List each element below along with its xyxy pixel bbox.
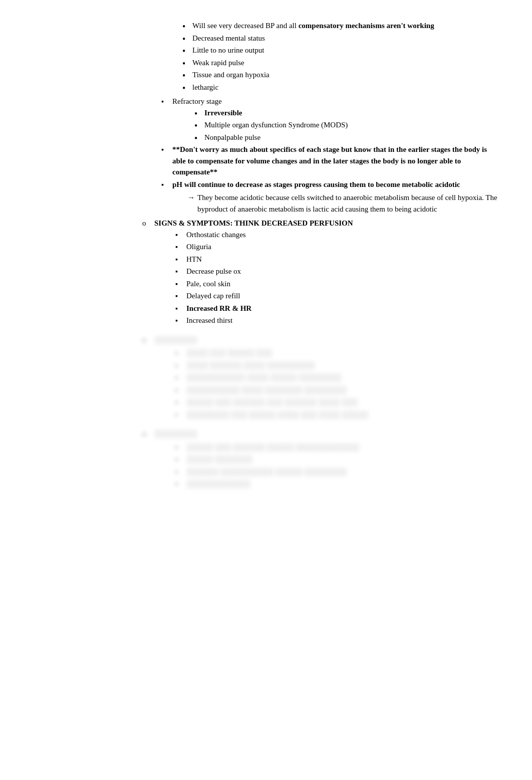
note1-text: **Don't worry as much about specifics of… — [172, 145, 487, 176]
list-item: Increased RR & HR — [174, 303, 502, 314]
list-item: Multiple organ dysfunction Syndrome (MOD… — [192, 119, 502, 131]
list-item: Irreversible — [192, 107, 502, 119]
arrow-text: They become acidotic because cells switc… — [197, 193, 497, 213]
list-item: HTN — [174, 254, 502, 265]
refractory-section: Refractory stage Irreversible Multiple o… — [160, 96, 502, 215]
list-item: Oliguria — [174, 241, 502, 253]
bold-text: compensatory mechanisms aren't working — [299, 22, 434, 30]
page-content: Will see very decreased BP and all compe… — [100, 20, 502, 490]
refractory-sub-items: Irreversible Multiple organ dysfunction … — [192, 107, 502, 143]
blurred-item: ░░░░░░░░ ░░░░░ ░░░ ░░░░░░ ░░░░░ ░░░░░░░░… — [140, 428, 502, 490]
decompensatory-items: Will see very decreased BP and all compe… — [180, 20, 502, 93]
note2-item: pH will continue to decrease as stages p… — [160, 179, 502, 215]
arrow-explanation: They become acidotic because cells switc… — [187, 192, 502, 215]
list-item: Delayed cap refill — [174, 290, 502, 302]
blurred-item: ░░░░░░░░ ░░░░ ░░░ ░░░░░ ░░░ ░░░░ ░░░░░░ … — [140, 334, 502, 421]
blurred-section-1: ░░░░░░░░ ░░░░ ░░░ ░░░░░ ░░░ ░░░░ ░░░░░░ … — [140, 334, 502, 421]
note1-item: **Don't worry as much about specifics of… — [160, 144, 502, 178]
note2-text: pH will continue to decrease as stages p… — [172, 180, 460, 188]
list-item: Weak rapid pulse — [180, 57, 502, 69]
refractory-stage-item: Refractory stage Irreversible Multiple o… — [160, 96, 502, 143]
list-item: Orthostatic changes — [174, 229, 502, 241]
list-item: Increased thirst — [174, 315, 502, 326]
list-item: Decrease pulse ox — [174, 266, 502, 277]
list-item: Decreased mental status — [180, 33, 502, 44]
list-item: Nonpalpable pulse — [192, 132, 502, 143]
blurred-section-2: ░░░░░░░░ ░░░░░ ░░░ ░░░░░░ ░░░░░ ░░░░░░░░… — [140, 428, 502, 490]
list-item: Will see very decreased BP and all compe… — [180, 20, 502, 32]
list-item: lethargic — [180, 82, 502, 93]
refractory-label: Refractory stage — [172, 97, 222, 105]
signs-symptoms-section: SIGNS & SYMPTOMS: THINK DECREASED PERFUS… — [140, 218, 502, 326]
signs-label: SIGNS & SYMPTOMS: THINK DECREASED PERFUS… — [154, 219, 353, 227]
list-item: Little to no urine output — [180, 45, 502, 56]
list-item: Tissue and organ hypoxia — [180, 69, 502, 81]
list-item: Pale, cool skin — [174, 278, 502, 290]
signs-list: Orthostatic changes Oliguria HTN Decreas… — [174, 229, 502, 326]
signs-symptoms-item: SIGNS & SYMPTOMS: THINK DECREASED PERFUS… — [140, 218, 502, 326]
